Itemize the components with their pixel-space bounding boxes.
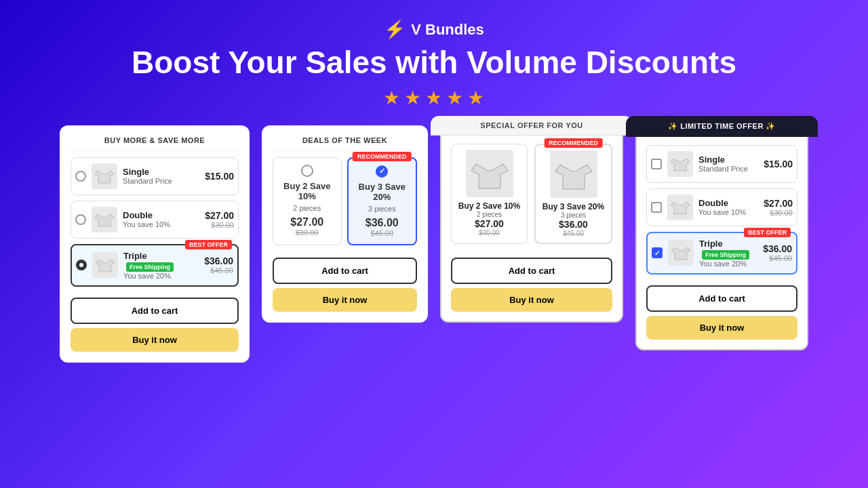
- deal-box-2[interactable]: RECOMMENDED Buy 3 Save 20% 3 pieces $36.…: [347, 157, 418, 245]
- single-price-block: $15.00: [205, 171, 234, 182]
- bundle-single-info: Single Standard Price: [123, 167, 199, 185]
- single-name: Single: [123, 167, 199, 177]
- recommended-badge-2: RECOMMENDED: [353, 152, 412, 161]
- shirt-double-img-4: [667, 195, 693, 220]
- radio-single[interactable]: [75, 171, 86, 182]
- recommended-badge-3: RECOMMENDED: [544, 138, 603, 148]
- star-1: ★: [383, 87, 400, 109]
- single-subtitle: Standard Price: [123, 177, 199, 185]
- special-deal-1[interactable]: Buy 2 Save 10% 2 pieces $27.00 $30.00: [451, 144, 528, 244]
- deal1-title: Buy 2 Save 10%: [279, 181, 336, 201]
- bundle-row-double-4[interactable]: Double You save 10% $27.00 $30.00: [646, 188, 797, 226]
- free-shipping-badge-4: Free Shipping: [702, 250, 749, 260]
- checkbox-triple-4[interactable]: [652, 247, 663, 258]
- checkbox-double-4[interactable]: [651, 202, 662, 213]
- double-4-name: Double: [698, 198, 758, 208]
- bundle-row-single-4[interactable]: Single Standard Price $15.00: [646, 145, 797, 183]
- triple-price: $36.00: [204, 256, 233, 266]
- single-4-price: $15.00: [764, 159, 793, 169]
- special2-orig: $45.00: [541, 230, 606, 237]
- shirt-single-img: [92, 163, 117, 189]
- bundle-row-double[interactable]: Double You save 10% $27.00 $30.00: [71, 201, 239, 239]
- bundle-triple-info: Triple Free Shipping You save 20%: [123, 251, 199, 280]
- free-shipping-badge-1: Free Shipping: [126, 262, 174, 272]
- card-buy-more: BUY MORE & SAVE MORE Single Standard Pri…: [60, 125, 250, 363]
- double-4-info: Double You save 10%: [698, 198, 758, 216]
- deal2-title: Buy 3 Save 20%: [354, 182, 411, 202]
- deal-radio-1[interactable]: [301, 165, 313, 177]
- triple-4-subtitle: You save 20%: [699, 260, 757, 268]
- main-title: Boost Your Sales with Volume Discounts: [132, 45, 736, 80]
- star-3: ★: [425, 87, 442, 109]
- special2-price: $36.00: [541, 219, 606, 230]
- deal1-price: $27.00: [279, 216, 336, 228]
- special1-sublabel: 2 pieces: [457, 211, 521, 218]
- shirt-triple-img-4: [668, 240, 694, 266]
- deal2-price: $36.00: [354, 217, 411, 229]
- special1-price: $27.00: [457, 218, 521, 229]
- buy-now-btn-1[interactable]: Buy it now: [71, 328, 239, 352]
- bundle-row-triple-4[interactable]: BEST OFFER Triple Free Shipping You save…: [646, 232, 797, 274]
- shirt-single-img-4: [667, 151, 693, 177]
- page-header: ⚡ V Bundles Boost Your Sales with Volume…: [132, 0, 736, 109]
- special1-orig: $30.00: [457, 229, 521, 237]
- triple-4-price: $36.00: [763, 243, 792, 254]
- radio-double[interactable]: [75, 214, 86, 225]
- special2-sublabel: 3 pieces: [541, 211, 606, 219]
- card3-title: SPECIAL OFFER FOR YOU: [431, 116, 633, 136]
- best-offer-badge-1: BEST OFFER: [185, 240, 232, 249]
- star-2: ★: [404, 87, 421, 109]
- add-to-cart-btn-4[interactable]: Add to cart: [646, 285, 797, 312]
- double-4-orig: $30.00: [764, 209, 793, 217]
- buy-now-btn-4[interactable]: Buy it now: [646, 316, 797, 340]
- triple-orig: $45.00: [204, 266, 233, 274]
- star-4: ★: [446, 87, 463, 109]
- triple-price-block: $36.00 $45.00: [204, 256, 233, 274]
- logo-text: V Bundles: [411, 21, 484, 39]
- star-5: ★: [467, 87, 484, 109]
- triple-4-name: Triple Free Shipping: [699, 239, 757, 260]
- double-4-price-block: $27.00 $30.00: [764, 198, 793, 217]
- card-special: SPECIAL OFFER FOR YOU Buy 2 Save 10% 2 p…: [440, 125, 623, 323]
- card2-title: DEALS OF THE WEEK: [273, 136, 417, 150]
- single-4-price-block: $15.00: [764, 159, 793, 169]
- card-deals: DEALS OF THE WEEK Buy 2 Save 10% 2 piece…: [262, 125, 428, 323]
- card1-title: BUY MORE & SAVE MORE: [71, 136, 239, 150]
- single-4-subtitle: Standard Price: [698, 165, 758, 173]
- deal2-pieces: 3 pieces: [354, 205, 411, 213]
- single-4-info: Single Standard Price: [698, 155, 758, 173]
- buy-now-btn-2[interactable]: Buy it now: [273, 288, 417, 312]
- stars-row: ★ ★ ★ ★ ★: [383, 87, 484, 109]
- special-deal-2[interactable]: RECOMMENDED Buy 3 Save 20% 3 pieces $36.…: [534, 144, 612, 244]
- logo-row: ⚡ V Bundles: [384, 19, 484, 40]
- radio-triple[interactable]: [76, 260, 87, 270]
- deal-box-1[interactable]: Buy 2 Save 10% 2 pieces $27.00 $30.00: [273, 157, 342, 245]
- deal1-orig: $30.00: [279, 228, 336, 237]
- lightning-icon: ⚡: [384, 19, 406, 40]
- double-4-subtitle: You save 10%: [698, 208, 758, 216]
- cards-container: BUY MORE & SAVE MORE Single Standard Pri…: [33, 125, 835, 363]
- double-price-block: $27.00 $30.00: [205, 210, 234, 229]
- bundle-double-info: Double You save 10%: [123, 210, 199, 228]
- triple-subtitle: You save 20%: [123, 272, 199, 280]
- checkbox-single-4[interactable]: [651, 159, 662, 169]
- triple-4-info: Triple Free Shipping You save 20%: [699, 239, 757, 268]
- shirt-large-2: [550, 150, 597, 198]
- add-to-cart-btn-3[interactable]: Add to cart: [451, 258, 612, 284]
- triple-4-orig: $45.00: [763, 254, 792, 262]
- bundle-row-single[interactable]: Single Standard Price $15.00: [71, 157, 239, 195]
- deal-radio-2[interactable]: [376, 165, 388, 178]
- double-4-price: $27.00: [764, 198, 793, 209]
- card-limited: ✨ LIMITED TIME OFFER ✨ Single Standard P…: [635, 125, 808, 350]
- special-imgs: Buy 2 Save 10% 2 pieces $27.00 $30.00 RE…: [451, 144, 612, 244]
- shirt-double-img: [92, 207, 117, 232]
- add-to-cart-btn-2[interactable]: Add to cart: [273, 258, 417, 284]
- double-subtitle: You save 10%: [123, 220, 199, 228]
- bundle-row-triple[interactable]: BEST OFFER Triple Free Shipping You save…: [71, 244, 239, 287]
- add-to-cart-btn-1[interactable]: Add to cart: [71, 298, 239, 324]
- deal1-pieces: 2 pieces: [279, 204, 336, 212]
- deal2-orig: $45.00: [354, 229, 411, 237]
- card4-title: ✨ LIMITED TIME OFFER ✨: [626, 116, 818, 137]
- best-offer-badge-4: BEST OFFER: [744, 228, 791, 237]
- buy-now-btn-3[interactable]: Buy it now: [451, 288, 612, 312]
